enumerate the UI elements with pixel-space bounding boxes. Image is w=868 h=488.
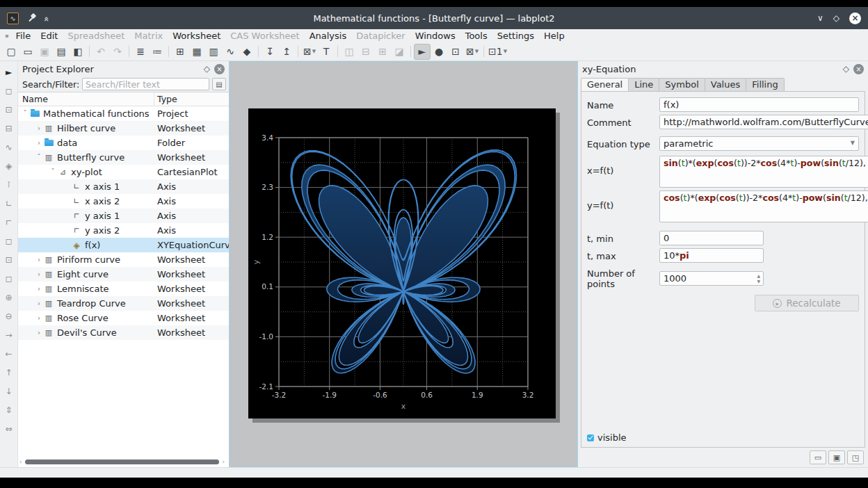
zoom-y-region-icon[interactable]: ◻ — [1, 269, 17, 288]
expander-icon[interactable]: › — [35, 285, 43, 293]
menu-settings[interactable]: Settings — [492, 31, 539, 41]
filter-options-icon[interactable]: ▤ — [212, 78, 226, 90]
add-curve-icon[interactable]: ∿ — [1, 138, 17, 156]
points-stepper[interactable]: 1000 ▲ ▼ — [659, 271, 764, 286]
new-image-icon[interactable]: ⊠▼ — [301, 44, 318, 60]
tab-line[interactable]: Line — [628, 78, 659, 91]
menu-help[interactable]: Help — [539, 31, 570, 41]
tree-row-devil-s-curve[interactable]: ›▥Devil's CurveWorksheet — [18, 325, 229, 340]
new-project-icon[interactable]: ▢ — [3, 44, 19, 60]
zoom-out-icon[interactable]: ⊖ — [1, 307, 17, 325]
expander-icon[interactable]: › — [35, 314, 43, 322]
magnification-icon[interactable]: ⊡1▼ — [487, 44, 508, 60]
shift-up-icon[interactable]: ↑ — [1, 363, 17, 382]
expander-icon[interactable]: › — [35, 139, 43, 147]
add-equation-curve-icon[interactable]: ◈ — [1, 156, 17, 175]
save-as-template-icon[interactable]: ◳ — [847, 450, 864, 464]
menu-worksheet[interactable]: Worksheet — [168, 31, 225, 41]
menu-analysis[interactable]: Analysis — [305, 31, 352, 41]
new-matrix-icon[interactable]: ▦ — [188, 44, 205, 60]
tree-row-mathematical-functions[interactable]: ˇMathematical functionsProject — [18, 106, 229, 121]
tree-row-xy-plot[interactable]: ˇ⊿xy-plotCartesianPlot — [18, 165, 229, 179]
column-header-name[interactable]: Name — [18, 92, 154, 106]
expander-icon[interactable]: ˇ — [35, 154, 43, 161]
tab-values[interactable]: Values — [705, 78, 746, 91]
print-icon[interactable]: ▤ — [53, 44, 70, 60]
scroll-left-icon[interactable]: ‹ — [19, 459, 22, 465]
new-workbook-icon[interactable]: ≔ — [149, 44, 166, 60]
maximize-icon[interactable]: ◇ — [833, 13, 839, 23]
add-x-axis-icon[interactable]: ∟ — [1, 194, 17, 213]
navigate-mouse-mode-icon[interactable]: ● — [431, 44, 447, 60]
zoom-fit-icon[interactable]: ⊠▼ — [464, 44, 481, 60]
spin-up-icon[interactable]: ▲ — [757, 273, 760, 278]
scroll-right-icon[interactable]: › — [223, 459, 225, 465]
shade-up-icon[interactable]: « — [42, 16, 52, 20]
tab-filling[interactable]: Filling — [746, 78, 784, 91]
zoom-region-icon[interactable]: ◻ — [1, 231, 17, 250]
tmin-field[interactable]: 0 — [659, 231, 764, 245]
select-y-region-icon[interactable]: ⊟ — [1, 119, 17, 138]
zoom-x-region-icon[interactable]: ⊡ — [1, 250, 17, 269]
auto-scale-x-icon[interactable]: ⇔ — [1, 419, 17, 438]
new-plot-icon[interactable]: ∿ — [222, 44, 239, 60]
zoom-select-mode-icon[interactable]: ⊡ — [447, 44, 464, 60]
comment-field[interactable]: http://mathworld.wolfram.com/ButterflyCu… — [659, 115, 868, 129]
new-worksheet-icon[interactable]: ▥ — [205, 44, 222, 60]
menu-windows[interactable]: Windows — [410, 31, 460, 41]
new-datapicker-icon[interactable]: ◆ — [239, 44, 255, 60]
tree-row-f-x-[interactable]: ◈f(x)XYEquationCurve — [18, 238, 229, 252]
tree-row-y-axis-1[interactable]: ∟y axis 1Axis — [18, 209, 229, 223]
worksheet-view[interactable]: -3.2-1.9-0.60.61.93.23.42.31.20.1-1.0-2.… — [230, 61, 577, 467]
expander-icon[interactable]: › — [35, 124, 43, 132]
tab-symbol[interactable]: Symbol — [659, 78, 705, 91]
column-header-type[interactable]: Type — [154, 92, 229, 106]
visible-checkbox[interactable] — [587, 434, 594, 441]
butterfly-plot[interactable]: -3.2-1.9-0.60.61.93.23.42.31.20.1-1.0-2.… — [248, 108, 556, 418]
scrollbar-thumb[interactable] — [25, 459, 219, 464]
save-template-icon[interactable]: ▣ — [828, 450, 845, 464]
zoom-in-icon[interactable]: ⊕ — [1, 288, 17, 307]
expander-icon[interactable]: ˇ — [49, 168, 57, 176]
menu-tools[interactable]: Tools — [460, 31, 492, 41]
expander-icon[interactable]: › — [35, 270, 43, 278]
select-region-icon[interactable]: ◻ — [1, 81, 17, 100]
dock-float-icon[interactable]: ◇ — [204, 64, 210, 74]
tree-row-lemniscate[interactable]: ›▥LemniscateWorksheet — [18, 282, 229, 296]
expander-icon[interactable]: › — [35, 329, 43, 336]
add-y-axis-icon[interactable]: ∟ — [1, 213, 17, 231]
worksheet-page[interactable]: -3.2-1.9-0.60.61.93.23.42.31.20.1-1.0-2.… — [248, 108, 556, 418]
expander-icon[interactable]: › — [35, 256, 43, 263]
recalculate-button[interactable]: ▶ Recalculate — [755, 295, 859, 311]
import-icon[interactable]: ↧ — [262, 44, 278, 60]
spin-down-icon[interactable]: ▼ — [757, 279, 760, 284]
auto-scale-y-icon[interactable]: ⇕ — [1, 400, 17, 419]
new-folder-icon[interactable]: ≣ — [132, 44, 149, 60]
tree-row-y-axis-2[interactable]: ∟y axis 2Axis — [18, 223, 229, 238]
dock-float-icon[interactable]: ◇ — [843, 64, 849, 74]
dock-close-icon[interactable]: × — [853, 64, 864, 74]
tree-row-teardrop-curve[interactable]: ›▥Teardrop CurveWorksheet — [18, 296, 229, 311]
search-input[interactable] — [82, 78, 209, 90]
shift-left-icon[interactable]: ← — [1, 344, 17, 363]
pin-icon[interactable] — [27, 13, 37, 23]
horizontal-scrollbar[interactable]: ‹ › — [21, 459, 223, 464]
shift-right-icon[interactable]: → — [1, 325, 17, 344]
menu-file[interactable]: File — [10, 31, 35, 41]
tree-row-data[interactable]: ›dataFolder — [18, 136, 229, 150]
tree-row-butterfly-curve[interactable]: ˇ▥Butterfly curveWorksheet — [18, 150, 229, 165]
tree-row-rose-curve[interactable]: ›▥Rose CurveWorksheet — [18, 311, 229, 325]
x-formula-field[interactable]: sin(t)*(exp(cos(t))-2*cos(4*t)-pow(sin(t… — [659, 156, 868, 188]
cursor-mode-icon[interactable]: ► — [1, 63, 17, 81]
select-mouse-mode-icon[interactable]: ► — [414, 44, 431, 60]
equation-type-select[interactable]: parametric ▼ — [659, 136, 859, 151]
tab-general[interactable]: General — [581, 78, 629, 91]
tmax-field[interactable]: 10*pi — [659, 248, 764, 263]
close-icon[interactable]: × — [849, 13, 861, 24]
tree-row-x-axis-1[interactable]: ∟x axis 1Axis — [18, 179, 229, 194]
dock-close-icon[interactable]: × — [214, 64, 225, 74]
minimize-icon[interactable]: ∨ — [817, 13, 823, 23]
tree-row-x-axis-2[interactable]: ∟x axis 2Axis — [18, 194, 229, 209]
tree-row-eight-curve[interactable]: ›▥Eight curveWorksheet — [18, 267, 229, 282]
add-legend-icon[interactable]: ⊺ — [1, 175, 17, 194]
